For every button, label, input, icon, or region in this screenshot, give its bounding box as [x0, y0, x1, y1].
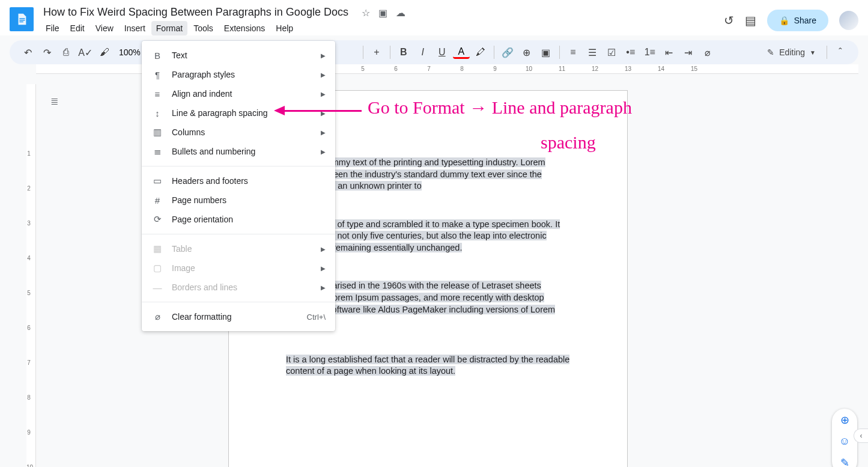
move-icon[interactable]: ▣	[378, 7, 387, 19]
print-button[interactable]: ⎙	[58, 44, 74, 61]
format-menu-page-orientation[interactable]: ⟳Page orientation	[142, 210, 335, 229]
format-menu-line-paragraph-spacing[interactable]: ↕Line & paragraph spacing▶	[142, 103, 335, 123]
ruler-tick: 11	[559, 66, 563, 72]
image-button[interactable]: ▣	[538, 44, 554, 61]
menu-tools[interactable]: Tools	[189, 21, 218, 35]
format-menu-table: ▦Table▶	[142, 239, 335, 258]
ruler-tick: 7	[426, 66, 431, 72]
chevron-right-icon: ▶	[321, 129, 326, 136]
format-menu-borders-and-lines: —Borders and lines▶	[142, 278, 335, 297]
ruler-vertical[interactable]: 12345678910111213	[26, 84, 36, 467]
side-panel-toggle[interactable]: ‹	[854, 429, 868, 443]
outline-toggle[interactable]: ≣	[42, 89, 66, 113]
format-menu-paragraph-styles[interactable]: ¶Paragraph styles▶	[142, 65, 335, 84]
numbered-list-button[interactable]: 1≡	[642, 44, 658, 61]
star-icon[interactable]: ☆	[362, 7, 370, 19]
menu-item-label: Paragraph styles	[172, 70, 235, 79]
paint-format-button[interactable]: 🖌	[96, 44, 113, 61]
cloud-icon[interactable]: ☁	[396, 7, 405, 19]
underline-button[interactable]: U	[434, 44, 451, 61]
menu-item-shortcut: Ctrl+\	[307, 313, 326, 322]
mode-select[interactable]: ✎ Editing ▼	[761, 45, 822, 60]
history-icon[interactable]: ↺	[724, 13, 734, 28]
highlight-button[interactable]: 🖍	[472, 44, 489, 61]
menu-help[interactable]: Help	[271, 21, 298, 35]
share-button[interactable]: 🔒 Share	[767, 10, 828, 31]
menu-separator	[142, 302, 335, 302]
redo-button[interactable]: ↷	[38, 44, 55, 61]
format-menu-bullets-and-numbering[interactable]: ≣Bullets and numbering▶	[142, 142, 335, 161]
collapse-button[interactable]: ˆ	[832, 44, 849, 61]
avatar[interactable]	[839, 11, 858, 30]
ruler-tick: 8	[26, 394, 31, 401]
italic-button[interactable]: I	[414, 44, 431, 61]
menu-item-icon: ▭	[151, 176, 163, 186]
menu-item-label: Headers and footers	[172, 176, 248, 186]
ruler-tick: 1	[26, 150, 31, 157]
indent-increase-button[interactable]: ⇥	[680, 44, 697, 61]
menu-insert[interactable]: Insert	[120, 21, 150, 35]
menu-separator	[142, 166, 335, 166]
ruler-tick: 15	[691, 66, 696, 72]
format-menu-clear-formatting[interactable]: ⌀Clear formattingCtrl+\	[142, 307, 335, 326]
zoom-select[interactable]: 100%	[115, 47, 144, 57]
indent-decrease-button[interactable]: ⇤	[661, 44, 678, 61]
format-menu-columns[interactable]: ▥Columns▶	[142, 123, 335, 142]
ruler-tick: 8	[460, 66, 464, 72]
line-spacing-button[interactable]: ☰	[584, 44, 601, 61]
bold-button[interactable]: B	[395, 44, 412, 61]
ruler-tick: 9	[26, 429, 31, 436]
menu-item-label: Text	[172, 50, 187, 60]
undo-button[interactable]: ↶	[19, 44, 36, 61]
clear-format-button[interactable]: ⌀	[699, 44, 716, 61]
separator	[827, 46, 827, 59]
paragraph[interactable]: It is a long established fact that a rea…	[286, 354, 570, 377]
ruler-tick: 12	[592, 66, 596, 72]
ruler-tick: 10	[26, 464, 31, 467]
menu-extensions[interactable]: Extensions	[219, 21, 270, 35]
menu-item-icon: ≣	[151, 146, 163, 157]
emoji-fab[interactable]: ☺	[839, 435, 850, 448]
menu-edit[interactable]: Edit	[65, 21, 90, 35]
separator	[559, 46, 560, 59]
chevron-right-icon: ▶	[321, 246, 326, 252]
menu-item-label: Image	[172, 263, 195, 273]
mode-label: Editing	[779, 47, 805, 57]
menu-view[interactable]: View	[91, 21, 118, 35]
toolbar: ↶ ↷ ⎙ A✓ 🖌 100% ▼ + B I U A 🖍 🔗 ⊕ ▣ ≡ ☰ …	[10, 40, 858, 64]
document-title[interactable]: How to Fix Weird Spacing Between Paragra…	[41, 5, 351, 20]
add-comment-fab[interactable]: ⊕	[840, 414, 849, 427]
menu-item-icon: B	[151, 50, 163, 61]
menu-item-label: Clear formatting	[172, 312, 232, 322]
format-menu-headers-and-footers[interactable]: ▭Headers and footers	[142, 171, 335, 191]
menu-item-label: Align and indent	[172, 89, 232, 99]
plus-button[interactable]: +	[368, 44, 385, 61]
format-menu-align-and-indent[interactable]: ≡Align and indent▶	[142, 84, 335, 103]
format-menu-page-numbers[interactable]: #Page numbers	[142, 191, 335, 210]
text-color-button[interactable]: A	[453, 46, 470, 59]
comments-icon[interactable]: ▤	[745, 13, 756, 28]
menu-item-label: Page orientation	[172, 215, 233, 224]
ruler-tick: 2	[26, 185, 31, 192]
checklist-button[interactable]: ☑	[603, 44, 620, 61]
chevron-down-icon: ▼	[810, 49, 816, 56]
menu-item-icon: ▢	[151, 263, 163, 273]
align-button[interactable]: ≡	[565, 44, 581, 61]
bulleted-list-button[interactable]: •≡	[622, 44, 639, 61]
svg-rect-2	[19, 22, 23, 22]
docs-logo[interactable]	[10, 7, 34, 31]
spellcheck-button[interactable]: A✓	[77, 44, 94, 61]
separator	[494, 46, 494, 59]
ruler-tick: 6	[26, 325, 31, 331]
menu-format[interactable]: Format	[151, 21, 187, 35]
suggest-fab[interactable]: ✎	[840, 456, 849, 467]
annotation-arrow-line	[285, 110, 362, 112]
comment-button[interactable]: ⊕	[518, 44, 535, 61]
link-button[interactable]: 🔗	[499, 44, 516, 61]
menu-item-icon: ⟳	[151, 214, 163, 225]
ruler-tick: 13	[625, 66, 630, 72]
menu-separator	[142, 234, 335, 234]
format-menu-text[interactable]: BText▶	[142, 46, 335, 65]
menu-file[interactable]: File	[41, 21, 64, 35]
ruler-tick: 7	[26, 359, 31, 366]
